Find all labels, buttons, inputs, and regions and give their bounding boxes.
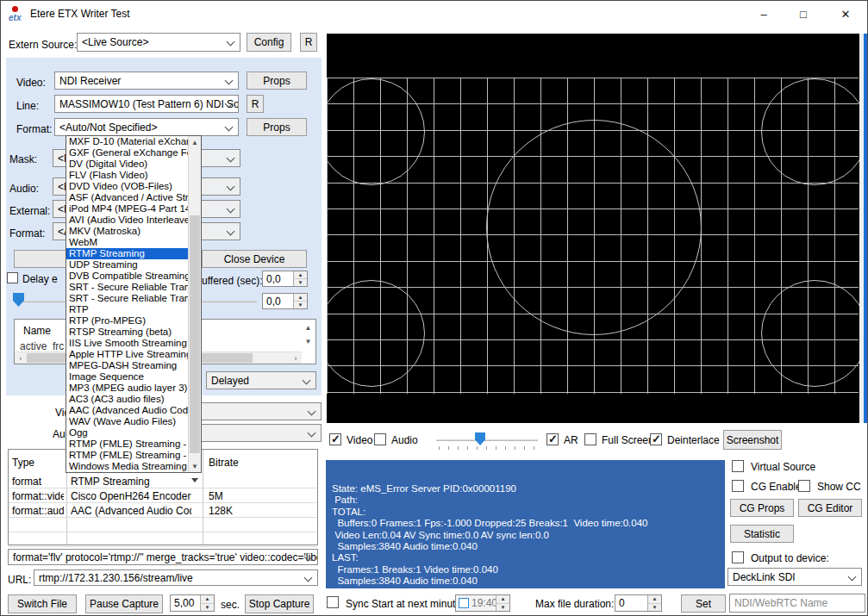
spinner-buttons[interactable]: ▲▼ bbox=[293, 271, 307, 286]
dropdown-item[interactable]: Ogg bbox=[66, 427, 188, 439]
maximize-button[interactable]: □ bbox=[784, 1, 823, 27]
scroll-up-icon[interactable]: ▲ bbox=[302, 321, 315, 334]
table-row[interactable]: formatRTMP Streaming bbox=[9, 474, 317, 488]
scroll-up-icon[interactable]: ▲ bbox=[189, 136, 201, 148]
format-dropdown-list[interactable]: MXF D-10 (Material eXchangGXF (General e… bbox=[66, 135, 202, 473]
table-cell[interactable]: format::video bbox=[12, 490, 64, 502]
fullscreen-checkbox[interactable] bbox=[584, 433, 596, 445]
ndi-name-field[interactable]: NDI/WebRTC Name bbox=[729, 594, 865, 613]
spin-up-icon[interactable]: ▲ bbox=[201, 595, 214, 604]
table-cell[interactable]: 128K bbox=[209, 505, 260, 517]
cell-dropdown-icon[interactable] bbox=[191, 478, 198, 482]
refresh-extern-button[interactable]: R bbox=[300, 33, 317, 52]
cg-props-button[interactable]: CG Props bbox=[730, 499, 794, 517]
dropdown-item[interactable]: IIS Live Smooth Streaming bbox=[66, 338, 188, 349]
url-select[interactable]: rtmp://172.31.230.156/stream/live bbox=[34, 569, 318, 586]
dropdown-item[interactable]: MKV (Matroska) bbox=[66, 226, 188, 237]
sync-start-checkbox[interactable] bbox=[327, 596, 339, 608]
deinterlace-checkbox[interactable] bbox=[650, 433, 662, 445]
dropdown-item[interactable]: MPEG-DASH Streaming bbox=[66, 360, 188, 371]
table-cell[interactable]: RTMP Streaming bbox=[71, 476, 191, 488]
table-cell[interactable]: AAC (Advanced Audio Coding) bbox=[71, 505, 191, 517]
spin-down-icon[interactable]: ▼ bbox=[648, 604, 661, 612]
cg-editor-button[interactable]: CG Editor bbox=[798, 499, 862, 517]
pause-capture-button[interactable]: Pause Capture bbox=[85, 594, 163, 613]
dropdown-item[interactable]: iPod MP4 (MPEG-4 Part 14) bbox=[66, 203, 188, 215]
volume-slider-track[interactable] bbox=[436, 439, 538, 441]
dropdown-item[interactable]: RTSP Streaming (beta) bbox=[66, 327, 188, 338]
video-props-button[interactable]: Props bbox=[247, 72, 307, 90]
dropdown-item[interactable]: SRT - Secure Reliable Trans bbox=[66, 282, 188, 293]
output-to-device-checkbox[interactable] bbox=[732, 551, 744, 563]
video-source-select[interactable]: NDI Receiver bbox=[54, 72, 239, 90]
audio-checkbox[interactable] bbox=[374, 433, 386, 445]
spin-down-icon[interactable]: ▼ bbox=[294, 279, 307, 286]
name-list-row[interactable]: active_frc bbox=[20, 340, 64, 352]
dropdown-item[interactable]: WebM bbox=[66, 237, 188, 248]
scroll-right-icon[interactable]: › bbox=[290, 352, 302, 364]
set-button[interactable]: Set bbox=[681, 594, 726, 613]
stop-capture-button[interactable]: Stop Capture bbox=[245, 594, 314, 613]
spin-up-icon[interactable]: ▲ bbox=[294, 294, 307, 302]
table-row[interactable]: format::audioAAC (Advanced Audio Coding)… bbox=[9, 503, 317, 518]
dropdown-item[interactable]: WAV (Wave Audio Files) bbox=[66, 416, 188, 427]
spin-down-icon[interactable]: ▼ bbox=[201, 604, 214, 612]
time-picker[interactable]: 19:40:4 ▲▼ bbox=[455, 594, 510, 612]
scroll-down-icon[interactable]: ▼ bbox=[189, 460, 201, 472]
table-row-empty[interactable] bbox=[9, 518, 317, 532]
virtual-source-checkbox[interactable] bbox=[732, 460, 744, 472]
dropdown-item[interactable]: SRT - Secure Reliable Trans bbox=[66, 293, 188, 304]
refresh-line-button[interactable]: R bbox=[247, 95, 264, 113]
scrollbar-thumb[interactable] bbox=[190, 215, 200, 453]
dropdown-item[interactable]: RTP bbox=[66, 304, 188, 315]
dropdown-item[interactable]: DVD Video (VOB-Files) bbox=[66, 181, 188, 192]
delay-checkbox[interactable] bbox=[7, 272, 18, 283]
spin-down-icon[interactable]: ▼ bbox=[294, 302, 307, 308]
table-cell[interactable]: format bbox=[12, 476, 64, 488]
spin-down-icon[interactable]: ▼ bbox=[496, 604, 509, 612]
dropdown-item[interactable]: ASF (Advanced / Active Stre bbox=[66, 192, 188, 203]
dropdown-item[interactable]: AC3 (AC3 audio files) bbox=[66, 394, 188, 405]
interval-spinner[interactable]: 5,00 ▲▼ bbox=[170, 594, 215, 612]
dropdown-item[interactable]: Windows Media Streaming bbox=[66, 461, 188, 472]
show-cc-checkbox[interactable] bbox=[798, 480, 810, 492]
dropdown-item[interactable]: FLV (Flash Video) bbox=[66, 170, 188, 181]
dropdown-item[interactable]: RTMP (FMLE) Streaming - VI bbox=[66, 450, 188, 461]
dropdown-item[interactable]: RTP (Pro-MPEG) bbox=[66, 315, 188, 327]
dropdown-item[interactable]: DV (Digital Video) bbox=[66, 159, 188, 170]
minimize-button[interactable]: – bbox=[744, 1, 784, 27]
switch-file-button[interactable]: Switch File bbox=[8, 594, 77, 613]
spin-up-icon[interactable]: ▲ bbox=[294, 271, 307, 279]
time-checkbox[interactable] bbox=[459, 598, 469, 608]
buffered-spinner-2[interactable]: 0,0 ▲▼ bbox=[262, 293, 308, 309]
spinner-buttons[interactable]: ▲▼ bbox=[647, 595, 661, 611]
spin-up-icon[interactable]: ▲ bbox=[496, 595, 509, 604]
table-row[interactable]: format::videoCisco OpenH264 Encoder5M bbox=[9, 488, 317, 503]
dropdown-item[interactable]: Apple HTTP Live Streaming bbox=[66, 349, 188, 360]
extern-source-select[interactable]: <Live Source> bbox=[77, 33, 240, 52]
format-string-select[interactable]: format='flv' protocol='rtmp://'' merge_t… bbox=[8, 549, 318, 565]
dropdown-item[interactable]: MP3 (MPEG audio layer 3) bbox=[66, 383, 188, 394]
video-checkbox[interactable] bbox=[329, 433, 341, 445]
config-button[interactable]: Config bbox=[247, 33, 291, 52]
scroll-left-icon[interactable]: ‹ bbox=[15, 352, 27, 364]
dropdown-scrollbar[interactable]: ▲ ▼ bbox=[188, 136, 201, 472]
output-device-select[interactable]: DeckLink SDI bbox=[727, 568, 862, 586]
dropdown-item[interactable]: GXF (General eXchange For bbox=[66, 147, 188, 159]
dropdown-item[interactable]: AVI (Audio Video Interleaved bbox=[66, 215, 188, 226]
format-props-button[interactable]: Props bbox=[247, 118, 307, 136]
table-cell[interactable]: 5M bbox=[209, 490, 260, 502]
dropdown-item[interactable]: AAC (Advanced Audio Code bbox=[66, 405, 188, 416]
format-select[interactable]: <Auto/Not Specified> bbox=[54, 118, 239, 136]
buffered-spinner[interactable]: 0,0 ▲▼ bbox=[262, 271, 308, 287]
spinner-buttons[interactable]: ▲▼ bbox=[200, 595, 214, 611]
spinner-buttons[interactable]: ▲▼ bbox=[496, 595, 509, 611]
dropdown-item[interactable]: DVB Compatible Streaming bbox=[66, 271, 188, 282]
dropdown-item[interactable]: RTMP Streaming bbox=[66, 248, 188, 259]
table-row-empty[interactable] bbox=[9, 532, 317, 547]
spin-up-icon[interactable]: ▲ bbox=[648, 595, 661, 604]
dropdown-item[interactable]: Image Sequence bbox=[66, 371, 188, 383]
table-cell[interactable]: format::audio bbox=[12, 505, 64, 517]
max-duration-spinner[interactable]: 0 ▲▼ bbox=[615, 594, 662, 612]
volume-slider-thumb[interactable] bbox=[475, 432, 485, 445]
